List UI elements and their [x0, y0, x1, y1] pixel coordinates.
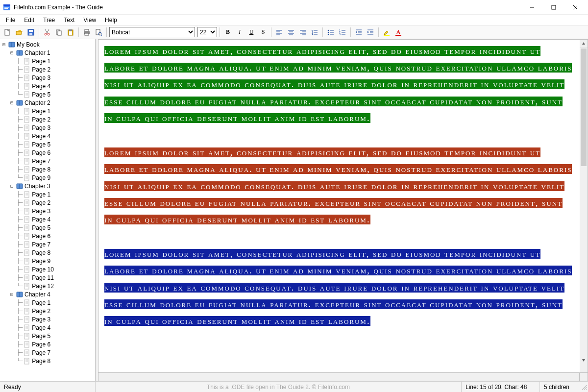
- tree-page-node[interactable]: ├─Page 7: [0, 157, 95, 165]
- paste-button[interactable]: [65, 27, 76, 38]
- menu-edit[interactable]: Edit: [20, 16, 38, 24]
- svg-point-45: [328, 31, 329, 33]
- align-center-button[interactable]: [286, 27, 296, 38]
- resize-grip-icon[interactable]: [579, 383, 588, 391]
- tree-page-node[interactable]: ├─Page 1: [0, 298, 95, 307]
- menu-text[interactable]: Text: [60, 16, 78, 24]
- tree-page-node[interactable]: └─Page 9: [0, 173, 95, 182]
- tree-page-node[interactable]: ├─Page 7: [0, 240, 95, 248]
- numbered-list-button[interactable]: 123: [337, 27, 348, 38]
- editor-paragraph[interactable]: Lorem ipsum dolor sit amet, consectetur …: [104, 46, 572, 123]
- font-family-select[interactable]: Bobcat: [109, 27, 195, 37]
- tree-chapter-node[interactable]: ⊟Chapter 1: [0, 49, 95, 57]
- tree-page-node[interactable]: ├─Page 4: [0, 132, 95, 140]
- maximize-button[interactable]: [543, 0, 564, 15]
- print-preview-button[interactable]: [93, 27, 104, 38]
- tree-page-node[interactable]: ├─Page 3: [0, 207, 95, 215]
- tree-page-node[interactable]: ├─Page 6: [0, 340, 95, 348]
- underline-button[interactable]: U: [246, 27, 257, 38]
- tree-page-node[interactable]: ├─Page 1: [0, 57, 95, 65]
- tree-page-node[interactable]: ├─Page 5: [0, 223, 95, 232]
- horizontal-scrollbar[interactable]: [98, 373, 580, 381]
- collapse-icon[interactable]: ⊟: [9, 183, 15, 189]
- font-color-button[interactable]: A: [393, 27, 404, 38]
- collapse-icon[interactable]: ⊟: [1, 42, 7, 47]
- print-button[interactable]: [81, 27, 92, 38]
- highlight-color-button[interactable]: [381, 27, 392, 38]
- tree-page-node[interactable]: ├─Page 9: [0, 257, 95, 265]
- tree-page-node[interactable]: ├─Page 2: [0, 115, 95, 123]
- tree-page-node[interactable]: ├─Page 6: [0, 148, 95, 157]
- scroll-down-icon[interactable]: [580, 356, 588, 364]
- tree-page-node[interactable]: └─Page 8: [0, 357, 95, 365]
- svg-rect-119: [24, 158, 29, 164]
- editor-paragraph[interactable]: Lorem ipsum dolor sit amet, consectetur …: [104, 249, 572, 326]
- scroll-thumb[interactable]: [581, 49, 587, 166]
- tree-page-node[interactable]: ├─Page 6: [0, 232, 95, 240]
- bold-button[interactable]: B: [222, 27, 233, 38]
- increase-indent-button[interactable]: [365, 27, 376, 38]
- tree-page-node[interactable]: ├─Page 11: [0, 273, 95, 282]
- tree-label: Chapter 1: [24, 49, 50, 56]
- svg-rect-21: [69, 31, 72, 35]
- menu-view[interactable]: View: [79, 16, 100, 24]
- menu-help[interactable]: Help: [101, 16, 121, 24]
- copy-button[interactable]: [53, 27, 64, 38]
- tree-page-node[interactable]: ├─Page 3: [0, 123, 95, 132]
- new-button[interactable]: [2, 27, 13, 38]
- tree-page-node[interactable]: ├─Page 1: [0, 190, 95, 198]
- numbers-icon: 123: [339, 29, 346, 36]
- tree-page-node[interactable]: ├─Page 4: [0, 82, 95, 90]
- tree-page-node[interactable]: ├─Page 8: [0, 165, 95, 173]
- tree-page-node[interactable]: ├─Page 2: [0, 198, 95, 207]
- menu-tree[interactable]: Tree: [39, 16, 59, 24]
- italic-button[interactable]: I: [234, 27, 245, 38]
- tree-page-node[interactable]: ├─Page 3: [0, 74, 95, 82]
- svg-rect-153: [24, 233, 29, 239]
- collapse-icon[interactable]: ⊟: [9, 50, 15, 55]
- align-left-button[interactable]: [274, 27, 285, 38]
- tree-chapter-node[interactable]: ⊟Chapter 4: [0, 290, 95, 298]
- open-button[interactable]: [14, 27, 24, 38]
- cut-button[interactable]: [42, 27, 52, 38]
- menubar: File Edit Tree Text View Help: [0, 15, 588, 25]
- collapse-icon[interactable]: ⊟: [9, 292, 15, 297]
- tree-page-node[interactable]: └─Page 5: [0, 90, 95, 98]
- tree-page-node[interactable]: ├─Page 2: [0, 65, 95, 74]
- bullet-list-button[interactable]: [325, 27, 336, 38]
- minimize-button[interactable]: [521, 0, 543, 15]
- svg-text:A: A: [396, 29, 400, 35]
- save-button[interactable]: [25, 27, 36, 38]
- tree-page-node[interactable]: ├─Page 7: [0, 348, 95, 357]
- tree-label: Page 11: [32, 274, 54, 281]
- font-size-select[interactable]: 22: [197, 27, 217, 37]
- collapse-icon[interactable]: ⊟: [9, 100, 15, 105]
- tree-page-node[interactable]: ├─Page 8: [0, 248, 95, 257]
- tree-page-node[interactable]: ├─Page 3: [0, 315, 95, 323]
- decrease-indent-button[interactable]: [353, 27, 364, 38]
- tree-page-node[interactable]: ├─Page 2: [0, 307, 95, 315]
- tree-chapter-node[interactable]: ⊟Chapter 3: [0, 182, 95, 190]
- tree-chapter-node[interactable]: ⊟Chapter 2: [0, 98, 95, 107]
- tree-page-node[interactable]: ├─Page 5: [0, 140, 95, 148]
- tree-page-node[interactable]: └─Page 12: [0, 282, 95, 290]
- strikethrough-button[interactable]: S: [258, 27, 269, 38]
- tree-page-node[interactable]: ├─Page 4: [0, 323, 95, 332]
- outdent-icon: [355, 29, 362, 36]
- align-right-button[interactable]: [297, 27, 308, 38]
- vertical-scrollbar[interactable]: [580, 39, 588, 373]
- tree-root-node[interactable]: ⊟My Book: [0, 40, 95, 49]
- editor[interactable]: Lorem ipsum dolor sit amet, consectetur …: [98, 39, 580, 373]
- menu-file[interactable]: File: [2, 16, 19, 24]
- tree-page-node[interactable]: ├─Page 10: [0, 265, 95, 273]
- tree-page-node[interactable]: ├─Page 4: [0, 215, 95, 223]
- tree-panel[interactable]: ⊟My Book⊟Chapter 1├─Page 1├─Page 2├─Page…: [0, 39, 96, 381]
- tree-page-node[interactable]: ├─Page 5: [0, 332, 95, 340]
- editor-paragraph[interactable]: Lorem ipsum dolor sit amet, consectetur …: [104, 147, 572, 224]
- close-button[interactable]: [564, 0, 586, 15]
- tree-page-node[interactable]: ├─Page 1: [0, 107, 95, 115]
- scroll-up-icon[interactable]: [580, 40, 588, 48]
- svg-rect-66: [384, 35, 390, 36]
- line-spacing-button[interactable]: [309, 27, 320, 38]
- status-children: 5 children: [540, 382, 579, 392]
